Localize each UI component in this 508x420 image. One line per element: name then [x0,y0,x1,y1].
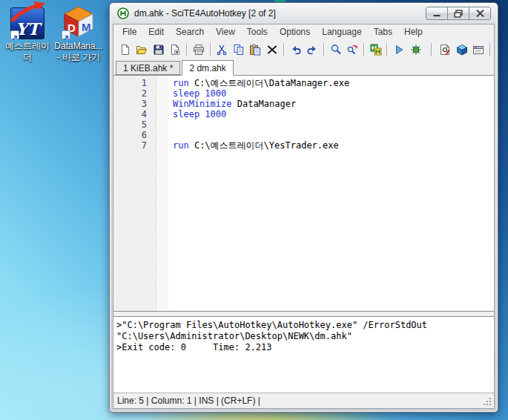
menu-item-tools[interactable]: Tools [241,25,274,39]
client-area: FileEditSearchViewToolsOptionsLanguageTa… [113,24,495,409]
toolbar-separator [323,43,324,56]
toolbar-separator [283,43,284,56]
autohotkey-logo-icon [117,7,129,19]
status-bar: Line: 5 | Column: 1 | INS | (CR+LF) | [113,393,494,408]
find-button[interactable] [328,42,344,58]
run-script-button[interactable] [391,42,407,58]
line-number: 2 [113,88,147,99]
desktop: YT 예스트레이 더 D M [0,0,508,420]
save-file-button[interactable] [151,42,167,58]
icon-label: 예스트레이 더 [2,41,53,63]
menu-item-search[interactable]: Search [170,25,210,39]
status-text: Line: 5 | Column: 1 | INS | (CR+LF) | [117,396,260,406]
replace-icon [346,44,358,56]
redo-icon [306,44,318,56]
scite-window: dm.ahk - SciTE4AutoHotkey [2 of 2] FileE… [109,2,498,413]
debug-script-button[interactable] [408,42,424,58]
cut-button[interactable] [214,42,231,58]
code-line [173,130,494,140]
toolbar-separator [186,43,187,56]
code-line: run C:\예스트레이더\YesTrader.exe [173,140,494,151]
window-spy-button[interactable] [438,42,454,58]
output-line: "C:\Users\Administrator\Desktop\NEWK\dm.… [116,331,492,342]
gui-editor-button[interactable] [471,42,487,58]
code-line: sleep 1000 [173,88,494,99]
window-spy-icon [439,44,451,56]
save-icon [153,44,165,56]
restore-button[interactable] [447,7,469,20]
cube-letter-m: M [82,21,91,33]
paste-button[interactable] [248,42,264,58]
copy-button[interactable] [231,42,247,58]
editor-pane[interactable]: 1234567 run C:\예스트레이더\DataManager.exesle… [113,76,494,311]
menu-item-view[interactable]: View [210,25,241,39]
menu-item-edit[interactable]: Edit [142,25,170,39]
close-icon [476,10,484,17]
toolbar [113,39,494,59]
ahk-helper-icon [370,44,382,56]
toolbar-separator [489,43,490,56]
replace-button[interactable] [344,42,360,58]
line-number: 7 [113,140,147,151]
code-area[interactable]: run C:\예스트레이더\DataManager.exesleep 1000W… [168,76,494,311]
toolbar-separator [210,43,211,56]
code-line: WinMinimize DataManager [173,99,494,109]
shortcut-arrow-icon [10,30,19,39]
title-bar[interactable]: dm.ahk - SciTE4AutoHotkey [2 of 2] [110,3,498,24]
find-icon [330,44,342,56]
print-button[interactable] [191,42,207,58]
icon-label-line1: 예스트레이 [2,41,53,52]
icon-label-line2: - 바로 가기 [53,52,104,63]
restore-icon [454,10,463,18]
open-file-button[interactable] [134,42,151,58]
menu-item-help[interactable]: Help [398,25,429,39]
resize-grip-icon[interactable] [483,397,492,407]
copy-icon [233,44,245,56]
desktop-icon-datamanager[interactable]: D M DataMana... - 바로 가기 [53,4,104,63]
desktop-icon-yestrader[interactable]: YT 예스트레이 더 [2,4,53,63]
delete-button[interactable] [264,42,280,58]
line-number: 6 [113,130,147,140]
shortcut-arrow-icon [62,30,70,39]
line-number: 5 [113,119,147,130]
code-line: run C:\예스트레이더\DataManager.exe [173,78,494,88]
compile-cube-icon [456,44,468,56]
run-icon [393,44,405,56]
compile-button[interactable] [454,42,470,58]
caption-buttons [426,7,491,20]
new-file-button[interactable] [117,42,133,58]
yestrader-icon: YT [10,4,45,39]
close-file-icon [169,44,181,56]
menu-item-file[interactable]: File [116,25,142,39]
line-number: 3 [113,99,147,109]
new-file-icon [119,44,131,56]
minimize-button[interactable] [426,7,448,20]
close-button[interactable] [469,7,491,20]
tab-2-dm-ahk[interactable]: 2 dm.ahk [182,60,233,76]
tab-bar: 1 KiEB.ahk *2 dm.ahk [113,59,494,76]
menu-item-tabs[interactable]: Tabs [368,25,398,39]
icon-label: DataMana... - 바로 가기 [53,41,104,63]
menu-item-language[interactable]: Language [316,25,367,39]
stock-up-arrow-icon [8,0,47,22]
ahk-helper-button[interactable] [368,42,384,58]
line-number-gutter: 1234567 [113,76,156,311]
tab-1-kieb-ahk[interactable]: 1 KiEB.ahk * [116,61,180,75]
toolbar-separator [386,43,387,56]
redo-button[interactable] [304,42,320,58]
output-pane[interactable]: >"C:\Program Files\AutoHotkey\AutoHotkey… [113,317,494,393]
window-title: dm.ahk - SciTE4AutoHotkey [2 of 2] [134,8,276,19]
gui-editor-icon [472,44,484,56]
delete-icon [266,44,278,56]
paste-icon [249,44,261,56]
close-file-button[interactable] [168,42,184,58]
cut-icon [216,44,228,56]
datamanager-icon: D M [61,4,96,39]
code-line [173,119,494,130]
icon-label-line2: 더 [2,52,53,63]
icon-label-line1: DataMana... [53,41,104,52]
undo-button[interactable] [288,42,304,58]
menu-item-options[interactable]: Options [274,25,316,39]
pane-splitter[interactable] [113,311,494,317]
open-folder-icon [136,44,148,56]
